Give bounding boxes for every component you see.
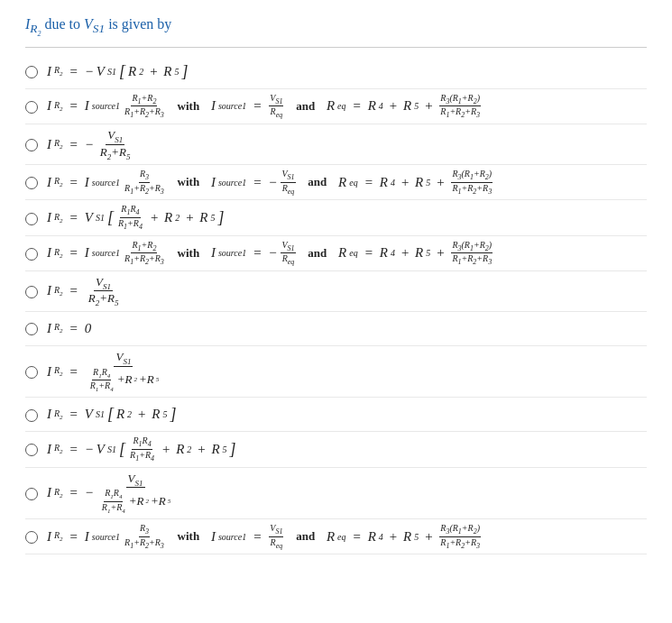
top-divider: [25, 47, 647, 48]
math-10: IR2 = VS1 [ R2 + R5 ]: [47, 405, 647, 424]
radio-5[interactable]: [25, 213, 38, 225]
option-row-6: IR2 = Isource1 R1+R2 R1+R2+R3 with Isour…: [25, 236, 647, 271]
radio-4[interactable]: [25, 177, 38, 189]
radio-2[interactable]: [25, 101, 38, 114]
math-6: IR2 = Isource1 R1+R2 R1+R2+R3 with Isour…: [47, 240, 647, 267]
math-3: IR2 = − VS1 R2+R5: [47, 128, 647, 160]
option-row-12: IR2 = − VS1 R1R4 R1+R4 +R2+R5: [25, 468, 647, 519]
option-row-5: IR2 = VS1 [ R1R4 R1+R4 + R2 + R5 ]: [25, 200, 647, 235]
option-row-2: IR2 = Isource1 R1+R2 R1+R2+R3 with Isour…: [25, 89, 647, 124]
math-2: IR2 = Isource1 R1+R2 R1+R2+R3 with Isour…: [47, 93, 647, 120]
math-12: IR2 = − VS1 R1R4 R1+R4 +R2+R5: [47, 472, 647, 515]
option-row-11: IR2 = −VS1 [ R1R4 R1+R4 + R2 + R5 ]: [25, 432, 647, 467]
option-row-9: IR2 = VS1 R1R4 R1+R4 +R2+R5: [25, 346, 647, 398]
radio-3[interactable]: [25, 139, 38, 151]
math-7: IR2 = VS1 R2+R5: [47, 275, 647, 307]
radio-12[interactable]: [25, 488, 38, 500]
radio-8[interactable]: [25, 323, 38, 335]
option-row-3: IR2 = − VS1 R2+R5: [25, 124, 647, 165]
radio-6[interactable]: [25, 248, 38, 261]
option-row-4: IR2 = Isource1 R3 R1+R2+R3 with Isource1…: [25, 165, 647, 200]
math-9: IR2 = VS1 R1R4 R1+R4 +R2+R5: [47, 350, 647, 393]
radio-10[interactable]: [25, 409, 38, 422]
math-13: IR2 = Isource1 R3 R1+R2+R3 with Isource1…: [47, 523, 647, 550]
radio-13[interactable]: [25, 531, 38, 544]
radio-1[interactable]: [25, 66, 38, 78]
math-1: IR2 = −VS1 [ R2 + R5 ]: [47, 62, 647, 81]
math-8: IR2 = 0: [47, 321, 647, 336]
radio-7[interactable]: [25, 286, 38, 298]
option-row-13: IR2 = Isource1 R3 R1+R2+R3 with Isource1…: [25, 519, 647, 554]
option-row-8: IR2 = 0: [25, 312, 647, 346]
option-row-7: IR2 = VS1 R2+R5: [25, 271, 647, 312]
math-4: IR2 = Isource1 R3 R1+R2+R3 with Isource1…: [47, 169, 647, 196]
math-11: IR2 = −VS1 [ R1R4 R1+R4 + R2 + R5 ]: [47, 435, 647, 463]
page-title: IR2 due to VS1 is given by: [25, 16, 647, 38]
option-row-10: IR2 = VS1 [ R2 + R5 ]: [25, 398, 647, 432]
radio-9[interactable]: [25, 366, 38, 379]
radio-11[interactable]: [25, 444, 38, 456]
option-row-1: IR2 = −VS1 [ R2 + R5 ]: [25, 55, 647, 89]
math-5: IR2 = VS1 [ R1R4 R1+R4 + R2 + R5 ]: [47, 204, 647, 231]
